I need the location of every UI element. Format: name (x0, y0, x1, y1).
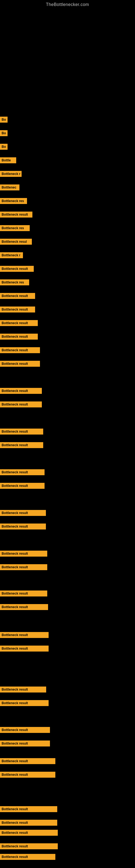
bar-item: Bottleneck result (0, 334, 38, 340)
bar-item: Bottleneck result (0, 442, 43, 448)
bottleneck-result-bar: Bottleneck result (0, 510, 46, 516)
bottleneck-result-bar: Bottleneck result (0, 604, 48, 610)
bar-item: Bottleneck result (0, 830, 58, 836)
bottleneck-result-bar: Bottleneck result (0, 401, 42, 407)
bottleneck-result-bar: Bottleneck res (0, 198, 27, 204)
bar-item: Bottleneck result (0, 388, 42, 394)
bar-item: Bottleneck result (0, 401, 42, 407)
bottleneck-result-bar: Bo (0, 130, 8, 136)
bottleneck-result-bar: Bottleneck result (0, 830, 58, 836)
bar-item: Bottleneck result (0, 347, 40, 353)
bar-item: Bottleneck result (0, 854, 55, 860)
bottleneck-result-bar: Bottleneck result (0, 524, 46, 529)
bottleneck-result-bar: Bottle (0, 157, 16, 163)
bar-item: Bottleneck result (0, 700, 49, 706)
bar-item: Bottleneck result (0, 604, 48, 610)
bottleneck-result-bar: Bottleneck result (0, 727, 50, 733)
bar-item: Bottleneck result (0, 307, 35, 312)
bottleneck-result-bar: Bottleneck result (0, 806, 57, 812)
bottleneck-result-bar: Bottleneck result (0, 483, 45, 489)
bottleneck-result-bar: Bottleneck result (0, 388, 42, 394)
bottleneck-result-bar: Bottleneck result (0, 212, 32, 218)
bar-item: Bottleneck result (0, 429, 43, 435)
bottleneck-result-bar: Bottleneck result (0, 361, 40, 367)
bar-item: Bo (0, 130, 8, 136)
bottleneck-result-bar: Bottleneck result (0, 429, 43, 435)
bottleneck-result-bar: Bottleneck res (0, 225, 30, 231)
bar-item: Bottleneck res (0, 198, 27, 204)
bar-item: Bottleneck result (0, 727, 50, 733)
bar-item: Bo (0, 144, 8, 150)
bottleneck-result-bar: Bottleneck result (0, 590, 47, 596)
bar-item: Bottleneck result (0, 551, 47, 557)
bar-item: Bottleneck resul (0, 239, 32, 245)
bar-item: Bottleneck result (0, 806, 57, 812)
bottleneck-result-bar: Bottleneck result (0, 820, 57, 826)
bar-item: Bottleneck result (0, 320, 38, 326)
bottleneck-result-bar: Bottleneck resul (0, 239, 32, 245)
bar-item: Bottleneck result (0, 686, 46, 692)
bar-item: Bottleneck res (0, 225, 30, 231)
bottleneck-result-bar: Bo (0, 144, 8, 150)
bottleneck-result-bar: Bottleneck result (0, 347, 40, 353)
bar-item: Bottleneck result (0, 266, 34, 272)
bottleneck-result-bar: Bottlenec (0, 184, 19, 190)
bar-item: Bottleneck result (0, 469, 45, 475)
bar-item: Bottleneck result (0, 524, 46, 529)
bar-item: Bottleneck result (0, 293, 35, 299)
bottleneck-result-bar: Bottleneck result (0, 632, 49, 638)
bottleneck-result-bar: Bottleneck result (0, 758, 55, 764)
bottleneck-result-bar: Bottleneck result (0, 320, 38, 326)
bar-item: Bottle (0, 157, 16, 163)
bar-item: Bottleneck result (0, 483, 45, 489)
bar-item: Bottleneck r (0, 252, 23, 258)
bar-item: Bo (0, 117, 8, 123)
bottleneck-result-bar: Bottleneck result (0, 266, 34, 272)
bottleneck-result-bar: Bottleneck result (0, 686, 46, 692)
bar-item: Bottleneck result (0, 632, 49, 638)
bar-item: Bottleneck result (0, 758, 55, 764)
bottleneck-result-bar: Bottleneck result (0, 469, 45, 475)
bottleneck-result-bar: Bottleneck result (0, 442, 43, 448)
bar-item: Bottleneck result (0, 212, 32, 218)
bottleneck-result-bar: Bottleneck res (0, 279, 29, 285)
bottleneck-result-bar: Bottleneck result (0, 854, 55, 860)
bar-item: Bottleneck res (0, 279, 29, 285)
bar-item: Bottleneck result (0, 646, 49, 652)
bottleneck-result-bar: Bottleneck r (0, 252, 23, 258)
bar-item: Bottleneck result (0, 843, 58, 849)
bottleneck-result-bar: Bottleneck result (0, 334, 38, 340)
bottleneck-result-bar: Bottleneck result (0, 564, 47, 570)
bottleneck-result-bar: Bottleneck result (0, 843, 58, 849)
bar-item: Bottleneck result (0, 741, 50, 746)
site-title: TheBottlenecker.com (0, 0, 135, 8)
bottleneck-result-bar: Bottleneck result (0, 700, 49, 706)
bottleneck-result-bar: Bottleneck result (0, 293, 35, 299)
bottleneck-result-bar: Bottleneck r (0, 171, 21, 177)
bar-item: Bottleneck result (0, 510, 46, 516)
bar-item: Bottleneck result (0, 361, 40, 367)
bar-item: Bottleneck r (0, 171, 21, 177)
bar-item: Bottlenec (0, 184, 19, 190)
bar-item: Bottleneck result (0, 772, 55, 778)
bar-item: Bottleneck result (0, 820, 57, 826)
bottleneck-result-bar: Bottleneck result (0, 772, 55, 778)
bottleneck-result-bar: Bottleneck result (0, 741, 50, 746)
bottleneck-result-bar: Bottleneck result (0, 307, 35, 312)
bar-item: Bottleneck result (0, 564, 47, 570)
bottleneck-result-bar: Bottleneck result (0, 646, 49, 652)
bar-item: Bottleneck result (0, 590, 47, 596)
bottleneck-result-bar: Bottleneck result (0, 551, 47, 557)
bottleneck-result-bar: Bo (0, 117, 8, 123)
